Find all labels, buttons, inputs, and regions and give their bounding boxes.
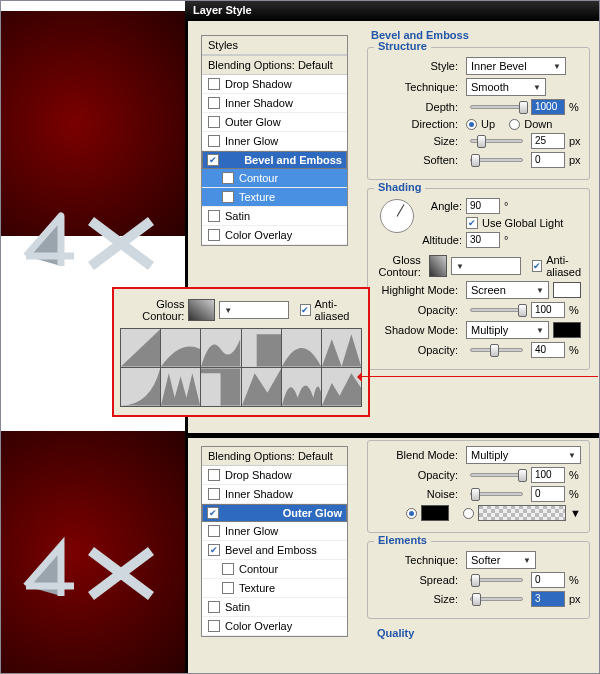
glow-color-swatch[interactable] (421, 505, 449, 521)
style-item[interactable]: Outer Glow (202, 113, 347, 132)
highlight-color-swatch[interactable] (553, 282, 581, 298)
style-checkbox[interactable] (208, 544, 220, 556)
shadow-color-swatch[interactable] (553, 322, 581, 338)
contour-preset[interactable] (161, 368, 200, 406)
size-input[interactable]: 25 (531, 133, 565, 149)
style-checkbox[interactable] (208, 525, 220, 537)
gloss-contour-label: Gloss Contour: (376, 254, 421, 278)
style-item[interactable]: Inner Shadow (202, 94, 347, 113)
window-titlebar[interactable]: Layer Style (185, 1, 599, 21)
style-item[interactable]: Contour (202, 169, 347, 188)
contour-preset[interactable] (282, 368, 321, 406)
window-title: Layer Style (193, 4, 252, 16)
style-item[interactable]: Drop Shadow (202, 75, 347, 94)
direction-up-radio[interactable] (466, 119, 477, 130)
style-item[interactable]: Texture (202, 579, 347, 598)
style-item[interactable]: Color Overlay (202, 617, 347, 636)
technique-select[interactable]: Smooth▼ (466, 78, 546, 96)
style-select[interactable]: Inner Bevel▼ (466, 57, 566, 75)
spread-input[interactable]: 0 (531, 572, 565, 588)
contour-preset[interactable] (201, 368, 240, 406)
style-item[interactable]: Bevel and Emboss (202, 541, 347, 560)
contour-preset[interactable] (242, 329, 281, 367)
popout-contour-preview[interactable] (188, 299, 215, 321)
style-item[interactable]: Bevel and Emboss (202, 151, 347, 169)
style-label: Contour (239, 563, 278, 575)
glow-size-slider[interactable] (470, 597, 523, 601)
gloss-contour-dropdown[interactable]: ▼ (451, 257, 521, 275)
shadow-mode-select[interactable]: Multiply▼ (466, 321, 549, 339)
shadow-opacity-slider[interactable] (470, 348, 523, 352)
contour-preset[interactable] (201, 329, 240, 367)
glow-opacity-slider[interactable] (470, 473, 523, 477)
contour-preset[interactable] (121, 329, 160, 367)
styles-header[interactable]: Styles (202, 36, 347, 55)
color-radio[interactable] (406, 508, 417, 519)
altitude-input[interactable]: 30 (466, 232, 500, 248)
spread-slider[interactable] (470, 578, 523, 582)
style-item[interactable]: Outer Glow (202, 504, 347, 522)
style-checkbox[interactable] (208, 116, 220, 128)
angle-dial[interactable] (380, 199, 414, 233)
popout-contour-dropdown[interactable]: ▼ (219, 301, 289, 319)
popout-aa-checkbox[interactable] (300, 304, 310, 316)
style-item[interactable]: Satin (202, 207, 347, 226)
direction-down-radio[interactable] (509, 119, 520, 130)
contour-preset[interactable] (242, 368, 281, 406)
shadow-opacity-input[interactable]: 40 (531, 342, 565, 358)
highlight-opacity-input[interactable]: 100 (531, 302, 565, 318)
style-checkbox[interactable] (208, 488, 220, 500)
style-checkbox[interactable] (208, 469, 220, 481)
noise-input[interactable]: 0 (531, 486, 565, 502)
style-item[interactable]: Satin (202, 598, 347, 617)
glow-size-input[interactable]: 3 (531, 591, 565, 607)
structure-group: Structure Style:Inner Bevel▼ Technique:S… (367, 47, 590, 180)
contour-preset[interactable] (282, 329, 321, 367)
noise-slider[interactable] (470, 492, 523, 496)
soften-input[interactable]: 0 (531, 152, 565, 168)
style-checkbox[interactable] (222, 563, 234, 575)
contour-preset[interactable] (121, 368, 160, 406)
depth-slider[interactable] (470, 105, 523, 109)
style-checkbox[interactable] (208, 135, 220, 147)
style-checkbox[interactable] (208, 97, 220, 109)
style-checkbox[interactable] (222, 191, 234, 203)
glow-opacity-input[interactable]: 100 (531, 467, 565, 483)
soften-slider[interactable] (470, 158, 523, 162)
style-checkbox[interactable] (222, 172, 234, 184)
blending-options-2[interactable]: Blending Options: Default (202, 447, 347, 466)
blend-mode-select[interactable]: Multiply▼ (466, 446, 581, 464)
blending-options[interactable]: Blending Options: Default (202, 55, 347, 75)
global-light-checkbox[interactable] (466, 217, 478, 229)
style-checkbox[interactable] (208, 210, 220, 222)
gradient-radio[interactable] (463, 508, 474, 519)
style-checkbox[interactable] (207, 154, 219, 166)
angle-input[interactable]: 90 (466, 198, 500, 214)
style-checkbox[interactable] (208, 229, 220, 241)
style-item[interactable]: Color Overlay (202, 226, 347, 245)
glow-gradient-swatch[interactable] (478, 505, 566, 521)
depth-input[interactable]: 1000 (531, 99, 565, 115)
logo-4x-bot (6, 531, 181, 611)
highlight-mode-select[interactable]: Screen▼ (466, 281, 549, 299)
size-slider[interactable] (470, 139, 523, 143)
style-checkbox[interactable] (207, 507, 219, 519)
style-checkbox[interactable] (208, 620, 220, 632)
style-label: Texture (239, 191, 275, 203)
glow-technique-select[interactable]: Softer▼ (466, 551, 536, 569)
style-item[interactable]: Drop Shadow (202, 466, 347, 485)
glow-opacity-label: Opacity: (376, 469, 458, 481)
contour-preset[interactable] (161, 329, 200, 367)
style-checkbox[interactable] (222, 582, 234, 594)
style-item[interactable]: Contour (202, 560, 347, 579)
style-checkbox[interactable] (208, 78, 220, 90)
highlight-opacity-slider[interactable] (470, 308, 523, 312)
gloss-contour-picker[interactable] (429, 255, 447, 277)
style-item[interactable]: Inner Shadow (202, 485, 347, 504)
style-item[interactable]: Texture (202, 188, 347, 207)
style-item[interactable]: Inner Glow (202, 522, 347, 541)
contour-preset[interactable] (322, 329, 361, 367)
style-item[interactable]: Inner Glow (202, 132, 347, 151)
anti-aliased-checkbox[interactable] (532, 260, 542, 272)
style-checkbox[interactable] (208, 601, 220, 613)
